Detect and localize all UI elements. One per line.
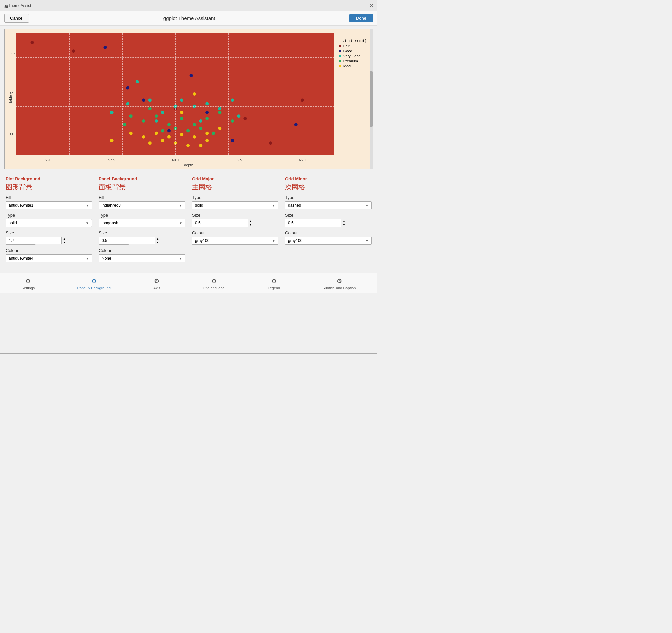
close-button[interactable]: ✕ xyxy=(369,2,374,9)
grid-major-section: Grid Major 主网格 Type solid ▼ Size ▲ ▼ Col… xyxy=(192,176,279,262)
svg-point-58 xyxy=(193,92,196,96)
pb-fill-arrow: ▼ xyxy=(86,204,89,207)
gmin-size-input[interactable] xyxy=(285,220,341,227)
grid-minor-title[interactable]: Grid Minor xyxy=(285,176,371,181)
footer-settings[interactable]: ⚙ Settings xyxy=(18,276,39,292)
gm-type-dropdown[interactable]: solid ▼ xyxy=(192,201,279,209)
header: Cancel ggplot Theme Assistant Done xyxy=(0,11,377,26)
footer-settings-label: Settings xyxy=(22,286,35,290)
gm-size-down[interactable]: ▼ xyxy=(248,223,254,227)
footer-axis[interactable]: ⚙ Axis xyxy=(149,276,164,292)
pb-colour-dropdown[interactable]: antiquewhite4 ▼ xyxy=(6,254,92,262)
gm-size-up[interactable]: ▲ xyxy=(248,220,254,223)
gm-size-input[interactable] xyxy=(192,220,248,227)
axis-icon: ⚙ xyxy=(154,277,159,285)
scrollbar-thumb[interactable] xyxy=(370,71,373,127)
svg-point-56 xyxy=(186,144,190,147)
panb-size-input[interactable] xyxy=(99,237,154,245)
gmin-size-down[interactable]: ▼ xyxy=(341,223,346,227)
panel-background-icon: ⚙ xyxy=(92,277,97,285)
subtitle-caption-icon: ⚙ xyxy=(336,277,342,285)
footer-title-label-label: Title and label xyxy=(202,286,225,290)
panb-colour-label: Colour xyxy=(99,248,185,253)
legend-dot-verygood xyxy=(338,55,341,57)
x-tick: 65.0 xyxy=(299,158,306,162)
legend-dot-good xyxy=(338,50,341,52)
scrollbar[interactable] xyxy=(370,29,373,169)
svg-point-43 xyxy=(123,123,126,126)
x-tick: 60.0 xyxy=(172,158,178,162)
footer-panel-background-label: Panel & Background xyxy=(77,286,111,290)
footer-legend-label: Legend xyxy=(268,286,280,290)
pb-size-up[interactable]: ▲ xyxy=(62,237,67,241)
gm-colour-dropdown[interactable]: gray100 ▼ xyxy=(192,237,279,245)
gmin-type-dropdown[interactable]: dashed ▼ xyxy=(285,201,371,209)
panb-type-value: longdash xyxy=(102,221,118,225)
panb-type-arrow: ▼ xyxy=(179,222,182,225)
x-tick: 62.5 xyxy=(236,158,242,162)
svg-point-47 xyxy=(167,135,171,139)
pb-size-down[interactable]: ▼ xyxy=(62,241,67,245)
gm-type-label: Type xyxy=(192,195,279,200)
legend-icon: ⚙ xyxy=(271,277,277,285)
panb-fill-dropdown[interactable]: indianred3 ▼ xyxy=(99,201,185,209)
done-button[interactable]: Done xyxy=(349,14,373,22)
gmin-size-buttons: ▲ ▼ xyxy=(341,220,346,227)
gmin-size-up[interactable]: ▲ xyxy=(341,220,346,223)
svg-point-28 xyxy=(142,119,145,123)
svg-point-1 xyxy=(72,49,75,53)
gm-type-arrow: ▼ xyxy=(272,204,275,207)
footer-title-label[interactable]: ⚙ Title and label xyxy=(199,276,229,292)
svg-point-31 xyxy=(180,117,183,120)
plot-background-subtitle: 图形背景 xyxy=(6,183,92,192)
svg-point-21 xyxy=(218,107,221,110)
panb-size-up[interactable]: ▲ xyxy=(155,237,160,241)
cancel-button[interactable]: Cancel xyxy=(4,14,29,23)
svg-point-18 xyxy=(180,98,183,102)
footer-subtitle-caption[interactable]: ⚙ Subtitle and Caption xyxy=(318,276,360,292)
legend-dot-premium xyxy=(338,60,341,62)
svg-point-40 xyxy=(199,127,202,130)
panel-background-title[interactable]: Panel Background xyxy=(99,176,185,181)
pb-type-value: solid xyxy=(9,221,17,225)
panel-background-section: Panel Background 面板背景 Fill indianred3 ▼ … xyxy=(99,176,185,262)
pb-fill-dropdown[interactable]: antiquewhite1 ▼ xyxy=(6,201,92,209)
settings-icon: ⚙ xyxy=(25,277,31,285)
pb-fill-label: Fill xyxy=(6,195,92,200)
gm-size-spinbox: ▲ ▼ xyxy=(192,219,222,227)
panb-type-label: Type xyxy=(99,213,185,218)
gmin-type-label: Type xyxy=(285,195,371,200)
pb-colour-label: Colour xyxy=(6,248,92,253)
legend-dot-fair xyxy=(338,45,341,47)
y-tick: 55 - xyxy=(10,133,15,137)
pb-size-input[interactable] xyxy=(6,237,62,245)
svg-point-26 xyxy=(154,119,158,123)
svg-point-59 xyxy=(180,111,183,114)
y-tick: 60 - xyxy=(10,92,15,96)
gmin-colour-dropdown[interactable]: gray100 ▼ xyxy=(285,237,371,245)
legend-label-premium: Premium xyxy=(343,59,358,63)
pb-type-dropdown[interactable]: solid ▼ xyxy=(6,219,92,227)
footer-panel-background[interactable]: ⚙ Panel & Background xyxy=(73,276,115,292)
gm-type-value: solid xyxy=(195,203,203,208)
panb-size-down[interactable]: ▼ xyxy=(155,241,160,245)
legend-item-ideal: Ideal xyxy=(338,64,366,68)
svg-point-50 xyxy=(205,139,209,143)
plot-background-title[interactable]: Plot Background xyxy=(6,176,92,181)
x-tick: 57.5 xyxy=(109,158,115,162)
svg-point-30 xyxy=(167,123,171,126)
svg-point-45 xyxy=(142,135,145,139)
footer-legend[interactable]: ⚙ Legend xyxy=(264,276,284,292)
panb-fill-arrow: ▼ xyxy=(179,204,182,207)
pb-colour-arrow: ▼ xyxy=(86,257,89,260)
svg-point-13 xyxy=(294,123,298,126)
plot-legend: as.factor(cut) Fair Good Very Good Premi… xyxy=(334,36,371,72)
gm-size-label: Size xyxy=(192,213,279,218)
panb-colour-dropdown[interactable]: None ▼ xyxy=(99,254,185,262)
grid-major-title[interactable]: Grid Major xyxy=(192,176,279,181)
panb-type-dropdown[interactable]: longdash ▼ xyxy=(99,219,185,227)
gm-colour-label: Colour xyxy=(192,230,279,235)
svg-point-33 xyxy=(205,117,209,120)
gm-colour-value: gray100 xyxy=(195,238,209,243)
title-label-icon: ⚙ xyxy=(211,277,217,285)
